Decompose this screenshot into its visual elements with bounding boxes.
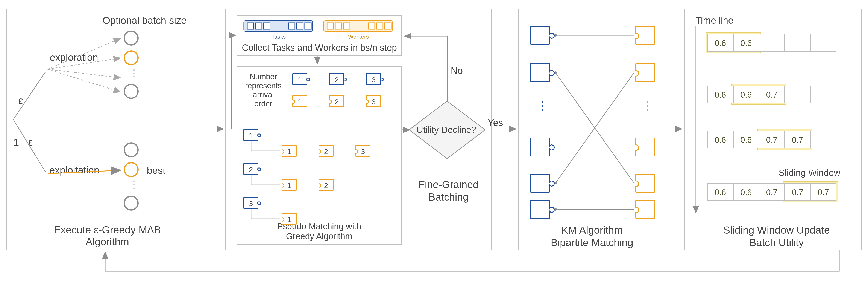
vdots-icon: ⋮ — [536, 98, 549, 113]
sw-cell — [785, 86, 810, 103]
sliding-label: Sliding Window — [779, 168, 840, 178]
panel4-title: Sliding Window Update Batch Utility — [708, 224, 845, 249]
puzzle-piece — [530, 138, 550, 157]
sw-cell — [759, 34, 785, 52]
sw-cell — [810, 34, 836, 52]
sw-cell: 0.6 — [733, 131, 759, 148]
sw-cell: 0.7 — [810, 183, 836, 201]
sw-cell — [785, 34, 810, 52]
sw-cell: 0.6 — [733, 86, 759, 103]
puzzle-piece — [635, 200, 655, 219]
sw-cell: 0.6 — [708, 183, 733, 201]
puzzle-piece — [530, 174, 550, 193]
sw-cell: 0.7 — [759, 183, 785, 201]
puzzle-piece — [530, 26, 550, 45]
timeline-label: Time line — [695, 15, 734, 26]
puzzle-piece — [635, 26, 655, 45]
puzzle-piece — [635, 174, 655, 193]
puzzle-piece — [530, 63, 550, 82]
sw-cell: 0.6 — [733, 34, 759, 52]
sw-cell: 0.7 — [759, 131, 785, 148]
sw-cell — [810, 86, 836, 103]
panel3-title: KM Algorithm Bipartite Matching — [534, 224, 650, 249]
sw-cell: 0.6 — [708, 131, 733, 148]
sw-cell: 0.7 — [785, 183, 810, 201]
sw-cell: 0.6 — [708, 34, 733, 52]
puzzle-piece — [530, 200, 550, 219]
sw-cell: 0.6 — [708, 86, 733, 103]
sw-cell — [810, 131, 836, 148]
sw-cell: 0.7 — [759, 86, 785, 103]
vdots-icon: ⋮ — [641, 98, 654, 113]
sw-cell: 0.7 — [785, 131, 810, 148]
puzzle-piece — [635, 63, 655, 82]
puzzle-piece — [635, 138, 655, 157]
sw-cell: 0.6 — [733, 183, 759, 201]
